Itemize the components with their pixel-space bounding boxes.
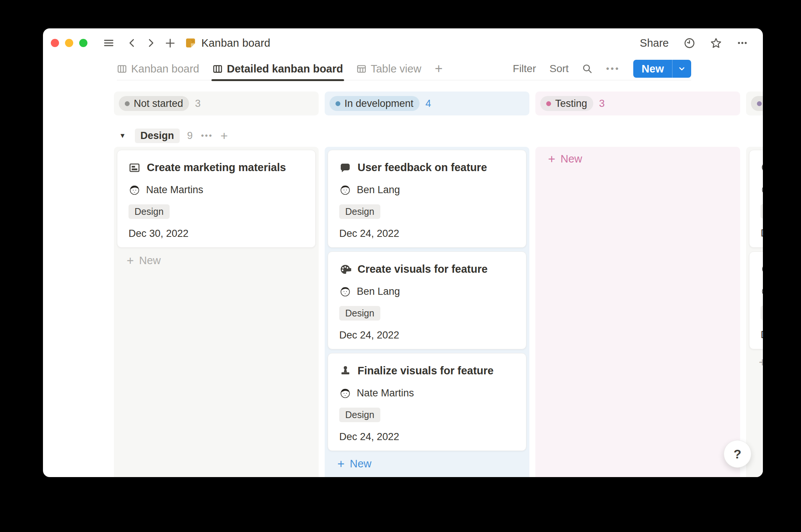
tab-label: Table view — [371, 63, 421, 75]
board-view-icon — [213, 64, 223, 74]
palette-icon — [339, 263, 351, 275]
avatar-bearded-man — [761, 285, 763, 297]
add-card-label: New — [139, 254, 161, 267]
tag-badge: Design — [339, 204, 380, 219]
help-button[interactable]: ? — [724, 440, 751, 468]
table-view-icon — [356, 64, 367, 74]
tab-label: Detailed kanban board — [227, 63, 343, 75]
new-button[interactable]: New — [633, 60, 672, 78]
forward-icon[interactable] — [146, 38, 156, 48]
search-icon[interactable] — [582, 64, 593, 74]
favorite-star-icon[interactable] — [710, 37, 722, 49]
board-view-icon — [117, 64, 127, 74]
view-tabs-bar: Kanban board Detailed kanban board Table… — [117, 58, 691, 80]
add-card-button[interactable]: + New — [538, 150, 737, 168]
target-icon — [761, 161, 763, 173]
column-header[interactable]: Not started 3 — [114, 92, 319, 115]
status-label: Not started — [134, 98, 183, 109]
card-create-marketing-materials[interactable]: Create marketing materials Nate Martins … — [117, 150, 316, 248]
app-window: Kanban board Share Kanban board — [43, 28, 763, 477]
assignee-name: Nate Martins — [146, 184, 203, 196]
view-options-icon[interactable]: ••• — [606, 64, 620, 74]
titlebar: Kanban board Share — [43, 28, 763, 58]
status-dot — [546, 101, 551, 106]
tab-detailed-kanban-board[interactable]: Detailed kanban board — [213, 58, 343, 80]
assignee-name: Ben Lang — [357, 286, 400, 297]
column-header[interactable]: Testing 3 — [535, 92, 740, 115]
stamp-icon — [339, 365, 351, 377]
card-partial[interactable]: Design Dec — [749, 150, 763, 248]
card-date: Dec — [761, 329, 763, 341]
card-date: Dec — [761, 228, 763, 239]
more-options-icon[interactable] — [737, 37, 748, 49]
add-view-button[interactable]: + — [435, 58, 443, 80]
add-card-button[interactable]: + New — [117, 251, 316, 270]
new-page-icon[interactable] — [165, 38, 175, 48]
minimize-window-button[interactable] — [65, 39, 73, 47]
status-label: In development — [344, 98, 414, 109]
updates-clock-icon[interactable] — [684, 37, 695, 49]
tag-badge: Design — [339, 408, 380, 422]
column-count: 3 — [599, 98, 605, 109]
assignee-name: Nate Martins — [357, 387, 414, 399]
tag-badge: Design — [761, 204, 763, 219]
share-button[interactable]: Share — [640, 37, 669, 49]
tab-label: Kanban board — [131, 63, 199, 75]
status-dot — [125, 101, 130, 106]
sort-button[interactable]: Sort — [550, 63, 569, 75]
status-pill: In development — [330, 96, 420, 111]
column-header[interactable] — [746, 92, 763, 115]
group-row-design: ▼ Design 9 ••• + — [114, 127, 319, 145]
card-date: Dec 24, 2022 — [339, 431, 515, 443]
sidebar-menu-icon[interactable] — [103, 37, 114, 49]
card-title: User feedback on feature — [358, 161, 487, 174]
new-dropdown-button[interactable] — [672, 60, 691, 78]
traffic-lights — [51, 39, 87, 47]
card-title: Create marketing materials — [147, 161, 286, 174]
frame-icon — [129, 162, 140, 174]
page-emoji-icon[interactable] — [185, 37, 196, 49]
group-add-icon[interactable]: + — [220, 129, 228, 142]
board-toolbar: Filter Sort ••• New — [513, 60, 691, 78]
palette-icon — [761, 263, 763, 275]
new-button-group: New — [633, 60, 691, 78]
group-options-icon[interactable]: ••• — [201, 131, 213, 140]
filter-button[interactable]: Filter — [513, 63, 536, 75]
avatar-bearded-man — [761, 183, 763, 195]
status-pill — [751, 96, 763, 111]
card-finalize-visuals-for-feature[interactable]: Finalize visuals for feature Nate Martin… — [328, 353, 526, 451]
add-card-button[interactable]: + New — [328, 455, 526, 473]
add-card-label: New — [560, 153, 582, 165]
status-pill: Not started — [119, 96, 189, 111]
avatar-nate-martins — [129, 184, 140, 196]
column-count: 4 — [426, 98, 431, 109]
status-dot — [757, 101, 762, 106]
plus-icon: + — [548, 153, 555, 165]
tag-badge: Design — [761, 306, 763, 320]
tab-kanban-board[interactable]: Kanban board — [117, 58, 199, 80]
close-window-button[interactable] — [51, 39, 59, 47]
group-label[interactable]: Design — [135, 129, 180, 143]
card-create-visuals-for-feature[interactable]: Create visuals for feature Ben Lang Desi… — [328, 251, 526, 349]
column-testing: Testing 3 + New — [535, 92, 740, 477]
card-partial[interactable]: Design Dec — [749, 251, 763, 349]
tag-badge: Design — [129, 204, 170, 219]
plus-icon: + — [127, 254, 134, 267]
card-user-feedback-on-feature[interactable]: User feedback on feature Ben Lang Design… — [328, 150, 526, 248]
column-cards-area: Design Dec Design Dec — [746, 147, 763, 477]
column-partial: Design Dec Design Dec — [746, 92, 763, 477]
assignee-name: Ben Lang — [357, 184, 400, 196]
column-cards-area: User feedback on feature Ben Lang Design… — [325, 147, 529, 477]
plus-icon: + — [759, 356, 763, 368]
avatar-nate-martins — [339, 387, 351, 399]
zoom-window-button[interactable] — [79, 39, 87, 47]
column-not-started: Not started 3 ▼ Design 9 ••• + Create ma… — [114, 92, 319, 477]
group-count: 9 — [187, 130, 193, 142]
tab-table-view[interactable]: Table view — [356, 58, 421, 80]
add-card-button[interactable]: + New — [749, 353, 763, 371]
collapse-triangle-icon[interactable]: ▼ — [119, 132, 126, 140]
column-header[interactable]: In development 4 — [325, 92, 529, 115]
back-icon[interactable] — [127, 38, 137, 48]
card-date: Dec 30, 2022 — [129, 228, 304, 239]
avatar-ben-lang — [339, 184, 351, 196]
